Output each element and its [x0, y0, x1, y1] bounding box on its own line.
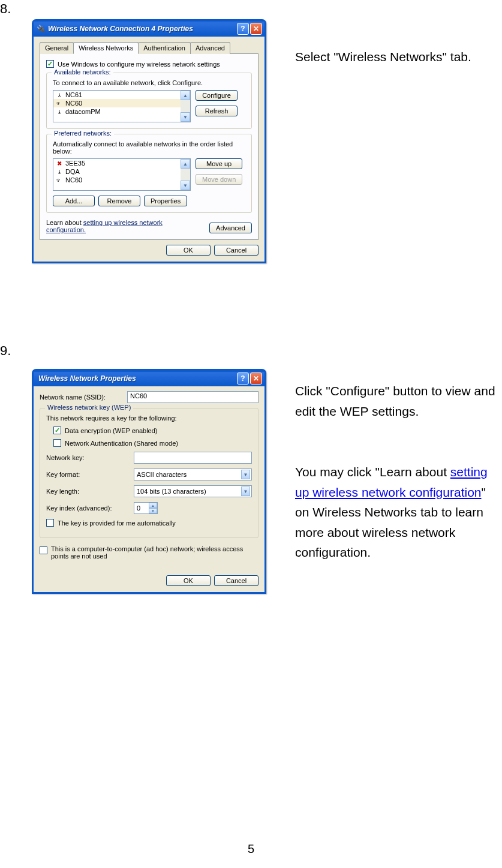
- step-9-description-2: You may click "Learn about setting up wi…: [295, 462, 502, 563]
- network-icon: ᯤ: [56, 177, 63, 184]
- key-format-label: Key format:: [46, 471, 130, 478]
- key-index-label: Key index (advanced):: [46, 504, 130, 512]
- ok-button[interactable]: OK: [166, 245, 211, 256]
- app-icon: 🔌: [36, 24, 46, 34]
- group-wep: Wireless network key (WEP) This network …: [40, 408, 258, 538]
- window-title: Wireless Network Connection 4 Properties: [48, 25, 237, 33]
- step-9-description-1: Click "Configure" button to view and edi…: [295, 381, 502, 421]
- chevron-down-icon: ▼: [241, 486, 250, 496]
- key-length-select[interactable]: 104 bits (13 characters) ▼: [134, 485, 252, 497]
- window-wireless-connection-properties: 🔌 Wireless Network Connection 4 Properti…: [32, 19, 266, 263]
- checkbox-network-auth[interactable]: Network Authentication (Shared mode): [53, 439, 252, 447]
- list-item[interactable]: ⫰datacomPM: [53, 107, 181, 116]
- refresh-button[interactable]: Refresh: [196, 106, 238, 116]
- page-number: 5: [248, 842, 254, 856]
- checkbox-label: Use Windows to configure my wireless net…: [58, 61, 220, 68]
- checkbox-label: Data encryption (WEP enabled): [65, 427, 158, 434]
- list-item[interactable]: ✖3EE35: [53, 159, 181, 167]
- ssid-input[interactable]: NC60: [127, 391, 258, 403]
- titlebar[interactable]: Wireless Network Properties ? ✕: [34, 371, 264, 386]
- checkmark-icon: ✓: [46, 60, 54, 68]
- network-icon: ⫰: [56, 109, 63, 115]
- cancel-button[interactable]: Cancel: [214, 575, 258, 586]
- scroll-up-icon[interactable]: ▲: [181, 159, 190, 169]
- group-available-networks: Available networks: To connect to an ava…: [46, 73, 252, 129]
- available-networks-list[interactable]: ⫰NC61 ᯤNC60 ⫰datacomPM ▲ ▼: [53, 90, 191, 122]
- window-wireless-network-properties: Wireless Network Properties ? ✕ Network …: [32, 369, 266, 594]
- help-button[interactable]: ?: [237, 23, 249, 35]
- tab-authentication[interactable]: Authentication: [138, 42, 191, 54]
- network-icon: ⫰: [56, 169, 63, 175]
- group-title: Wireless network key (WEP): [45, 404, 133, 411]
- list-item[interactable]: ᯤNC60: [53, 99, 181, 107]
- group-hint: To connect to an available network, clic…: [53, 79, 245, 86]
- group-title: Preferred networks:: [52, 130, 114, 137]
- list-item[interactable]: ⫰NC61: [53, 91, 181, 99]
- list-item[interactable]: ⫰DQA: [53, 167, 181, 176]
- scroll-up-icon[interactable]: ▲: [181, 91, 190, 100]
- checkbox-key-auto[interactable]: The key is provided for me automatically: [46, 519, 252, 527]
- configure-button[interactable]: Configure: [196, 90, 238, 101]
- move-down-button[interactable]: Move down: [196, 174, 242, 185]
- scroll-down-icon[interactable]: ▼: [181, 181, 190, 190]
- tab-wireless-networks[interactable]: Wireless Networks: [73, 42, 139, 54]
- step-8-number: 8.: [0, 1, 11, 17]
- network-error-icon: ✖: [56, 160, 63, 167]
- checkbox-icon: [40, 546, 47, 554]
- network-icon: ⫰: [56, 92, 63, 98]
- list-item[interactable]: ᯤNC60: [53, 176, 181, 184]
- move-up-button[interactable]: Move up: [196, 158, 242, 169]
- ok-button[interactable]: OK: [166, 575, 211, 586]
- chevron-down-icon: ▼: [241, 470, 250, 479]
- tab-advanced[interactable]: Advanced: [190, 42, 230, 54]
- step-8-description: Select "Wireless Networks" tab.: [295, 47, 502, 67]
- scroll-down-icon[interactable]: ▼: [181, 112, 190, 122]
- checkbox-data-encryption[interactable]: ✓ Data encryption (WEP enabled): [53, 427, 252, 434]
- help-button[interactable]: ?: [237, 373, 249, 385]
- preferred-networks-list[interactable]: ✖3EE35 ⫰DQA ᯤNC60 ▲ ▼: [53, 158, 191, 191]
- checkmark-icon: ✓: [53, 427, 61, 434]
- group-hint: This network requires a key for the foll…: [46, 415, 252, 422]
- close-button[interactable]: ✕: [250, 373, 262, 385]
- add-button[interactable]: Add...: [53, 196, 95, 206]
- network-key-input[interactable]: [134, 452, 252, 464]
- window-title: Wireless Network Properties: [36, 374, 237, 383]
- cancel-button[interactable]: Cancel: [214, 245, 258, 256]
- titlebar[interactable]: 🔌 Wireless Network Connection 4 Properti…: [34, 21, 264, 37]
- tabs: General Wireless Networks Authentication…: [40, 41, 258, 54]
- advanced-button[interactable]: Advanced: [209, 223, 252, 233]
- scrollbar[interactable]: ▲ ▼: [181, 91, 190, 122]
- checkbox-use-windows[interactable]: ✓ Use Windows to configure my wireless n…: [46, 60, 252, 68]
- learn-about-text: Learn about setting up wireless network …: [46, 219, 178, 233]
- tab-general[interactable]: General: [40, 42, 74, 54]
- close-button[interactable]: ✕: [250, 23, 262, 35]
- checkbox-adhoc[interactable]: This is a computer-to-computer (ad hoc) …: [40, 545, 258, 560]
- key-length-label: Key length:: [46, 488, 130, 495]
- network-key-label: Network key:: [46, 454, 130, 461]
- step-9-number: 9.: [0, 343, 11, 359]
- spin-down-icon[interactable]: ▼: [149, 508, 157, 513]
- group-hint: Automatically connect to available netwo…: [53, 140, 245, 155]
- key-index-spinner[interactable]: 0 ▲ ▼: [134, 502, 158, 514]
- checkbox-label: Network Authentication (Shared mode): [65, 440, 178, 447]
- checkbox-label: The key is provided for me automatically: [58, 519, 176, 527]
- scrollbar[interactable]: ▲ ▼: [181, 159, 190, 190]
- group-preferred-networks: Preferred networks: Automatically connec…: [46, 134, 252, 213]
- group-title: Available networks:: [52, 68, 113, 76]
- spin-up-icon[interactable]: ▲: [149, 503, 157, 508]
- network-icon: ᯤ: [56, 100, 63, 107]
- checkbox-icon: [46, 519, 54, 527]
- tab-panel: ✓ Use Windows to configure my wireless n…: [40, 54, 258, 240]
- remove-button[interactable]: Remove: [98, 196, 140, 206]
- checkbox-label: This is a computer-to-computer (ad hoc) …: [51, 545, 258, 560]
- key-format-select[interactable]: ASCII characters ▼: [134, 468, 252, 480]
- ssid-label: Network name (SSID):: [40, 394, 124, 401]
- checkbox-icon: [53, 439, 61, 447]
- properties-button[interactable]: Properties: [144, 196, 187, 206]
